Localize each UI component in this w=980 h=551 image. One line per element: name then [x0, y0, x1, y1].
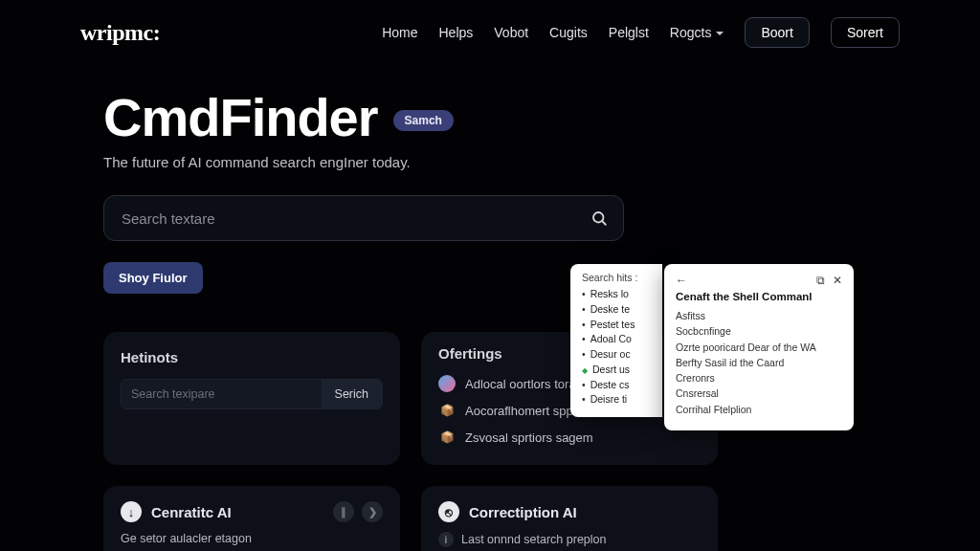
card-hetinots-search[interactable]: Serich	[121, 379, 383, 409]
nav-rogcts-dropdown[interactable]: Rogcts	[670, 25, 724, 40]
popup-shell-line: Asfitss	[676, 308, 842, 323]
main-search[interactable]	[103, 195, 624, 241]
card-correction-ai: ⎋ Correctiption AI i Last onnnd setarch …	[421, 486, 718, 551]
popup-shell-line: Socbcnfinge	[676, 323, 842, 339]
box-icon: 📦	[438, 402, 456, 419]
hero: CmdFinder Samch The future of AI command…	[0, 57, 980, 294]
card-correction-title: Correctiption AI	[469, 504, 577, 520]
nav-secondary-button[interactable]: Sorert	[831, 17, 900, 48]
hint-item[interactable]: Deste cs	[582, 378, 653, 393]
nav-pelglst[interactable]: Pelglst	[609, 25, 649, 40]
skip-icon[interactable]: ❯	[362, 501, 383, 522]
nav-home[interactable]: Home	[382, 25, 417, 40]
main-search-input[interactable]	[122, 210, 590, 227]
hint-item[interactable]: Pestet tes	[582, 318, 653, 333]
page-title: CmdFinder	[103, 86, 378, 148]
box-icon: 📦	[438, 429, 456, 446]
hint-item[interactable]: Adoal Co	[582, 332, 653, 347]
ofertings-row-2[interactable]: 📦 Zsvosal sprtiors sagem	[438, 429, 701, 446]
hint-item[interactable]: Deske te	[582, 302, 653, 318]
card-generative-sub: Ge setor aulacler etagon	[121, 532, 383, 545]
cards-row-2: ↓ Cenratitc AI ∥ ❯ Ge setor aulacler eta…	[103, 486, 980, 551]
popup-shell-line: Creronrs	[676, 370, 842, 386]
nav: Home Helps Vobot Cugits Pelglst Rogcts B…	[382, 17, 900, 48]
close-icon[interactable]: ✕	[833, 274, 842, 287]
avatar-icon	[438, 375, 456, 392]
card-hetinots-title: Hetinots	[121, 349, 383, 365]
card-hetinots: Hetinots Serich	[103, 332, 400, 465]
nav-cugits[interactable]: Cugits	[549, 25, 588, 40]
header: wripmc: Home Helps Vobot Cugits Pelglst …	[0, 0, 980, 57]
nav-vobot[interactable]: Vobot	[494, 25, 528, 40]
nav-primary-button[interactable]: Boort	[745, 17, 809, 48]
nav-helps[interactable]: Helps	[438, 25, 473, 40]
card-hetinots-search-button[interactable]: Serich	[322, 380, 382, 408]
popup-shell-line: Cnsrersal	[676, 386, 842, 401]
popup-search-hints: Search hits : Resks lo Deske te Pestet t…	[570, 264, 662, 417]
hint-item[interactable]: Desur oc	[582, 347, 653, 363]
download-icon: ↓	[121, 501, 142, 522]
search-icon[interactable]	[590, 209, 608, 227]
ofertings-row-0-label: Adlocal oortlors toral	[465, 377, 579, 391]
ofertings-row-2-label: Zsvosal sprtiors sagem	[465, 430, 593, 445]
popup-shell-title: Cenaft the Shell Commanl	[676, 291, 842, 302]
popup-shell-toolbar: ← ⧉ ✕	[676, 274, 842, 287]
hint-item-active[interactable]: Desrt us	[582, 363, 653, 378]
page-subtitle: The future of AI command search engIner …	[103, 154, 980, 170]
show-finder-button[interactable]: Shoy Fiulor	[103, 262, 203, 294]
card-generative-title: Cenratitc AI	[151, 504, 232, 520]
info-icon: i	[438, 532, 454, 547]
card-correction-sub: Last onnnd setarch preplon	[461, 533, 607, 546]
logo[interactable]: wripmc:	[80, 20, 160, 46]
popup-shell-line: Ozrte pooricard Dear of the WA	[676, 340, 842, 355]
hint-item[interactable]: Deisre ti	[582, 392, 653, 408]
title-pill[interactable]: Samch	[393, 110, 454, 131]
svg-line-1	[602, 221, 606, 225]
pause-icon[interactable]: ∥	[333, 501, 354, 522]
popup-shell-command: ← ⧉ ✕ Cenaft the Shell Commanl Asfitss S…	[664, 264, 854, 430]
card-hetinots-search-input[interactable]	[122, 380, 322, 408]
popup-shell-line: Corrihal Ftelplion	[676, 402, 842, 417]
hint-item[interactable]: Resks lo	[582, 287, 653, 302]
popup-hints-list: Resks lo Deske te Pestet tes Adoal Co De…	[582, 287, 653, 408]
back-icon[interactable]: ←	[676, 274, 687, 287]
popup-hints-header: Search hits :	[582, 272, 653, 283]
popup-shell-line: Berfty Sasil id the Caard	[676, 355, 842, 370]
card-generative-ai: ↓ Cenratitc AI ∥ ❯ Ge setor aulacler eta…	[103, 486, 400, 551]
copy-icon[interactable]: ⧉	[816, 274, 825, 287]
bolt-icon: ⎋	[438, 501, 459, 522]
